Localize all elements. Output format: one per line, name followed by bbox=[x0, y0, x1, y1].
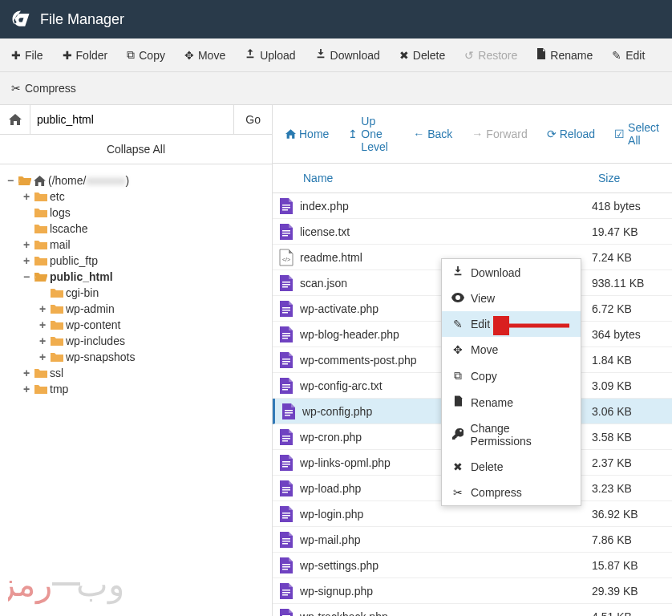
svg-rect-28 bbox=[282, 461, 290, 463]
svg-rect-2 bbox=[282, 209, 288, 211]
collapse-all-button[interactable]: Collapse All bbox=[0, 135, 272, 164]
left-pane: Go Collapse All − (/home/xxxxxxx)+etc lo… bbox=[0, 105, 273, 616]
tree-node[interactable]: −public_html bbox=[21, 269, 267, 285]
tree-node[interactable]: +wp-content bbox=[37, 317, 267, 333]
svg-rect-16 bbox=[282, 359, 290, 360]
svg-rect-11 bbox=[282, 310, 290, 311]
ctx-compress[interactable]: ✂Compress bbox=[442, 480, 581, 505]
file-type-icon bbox=[273, 428, 300, 446]
tree-node[interactable]: +mail bbox=[21, 237, 267, 253]
col-size[interactable]: Size bbox=[592, 164, 672, 192]
file-row[interactable]: license.txt19.47 KB bbox=[273, 219, 672, 245]
file-size: 19.47 KB bbox=[592, 225, 672, 238]
compress-icon: ✂ bbox=[451, 486, 464, 499]
ctx-move[interactable]: ✥Move bbox=[442, 337, 581, 363]
go-button[interactable]: Go bbox=[233, 105, 272, 134]
compress-button[interactable]: ✂Compress bbox=[3, 77, 84, 99]
svg-rect-10 bbox=[282, 307, 290, 309]
edit-button[interactable]: ✎Edit bbox=[604, 43, 653, 67]
tree-node[interactable]: +wp-includes bbox=[37, 333, 267, 349]
file-type-icon bbox=[273, 505, 300, 523]
col-name[interactable]: Name bbox=[273, 164, 592, 192]
upload-button[interactable]: Upload bbox=[237, 43, 303, 67]
home-icon bbox=[9, 114, 22, 125]
right-pane: Home ↥Up One Level ←Back →Forward ⟳Reloa… bbox=[273, 105, 672, 616]
file-button[interactable]: ✚File bbox=[3, 43, 51, 67]
context-menu: DownloadView✎Edit✥Move⧉CopyRenameChange … bbox=[441, 258, 581, 506]
restore-icon: ↺ bbox=[464, 49, 474, 62]
ctx-delete[interactable]: ✖Delete bbox=[442, 454, 581, 480]
restore-button[interactable]: ↺Restore bbox=[456, 43, 525, 67]
file-size: 3.09 KB bbox=[592, 379, 672, 392]
x-icon: ✖ bbox=[399, 49, 409, 62]
nav-up-button[interactable]: ↥Up One Level bbox=[340, 111, 402, 156]
nav-back-button[interactable]: ←Back bbox=[405, 111, 460, 156]
tree-node[interactable]: +wp-snapshots bbox=[37, 349, 267, 365]
tree-node[interactable]: +public_ftp bbox=[21, 253, 267, 269]
file-size: 7.86 KB bbox=[592, 533, 672, 546]
svg-rect-38 bbox=[282, 541, 290, 542]
nav-home-button[interactable]: Home bbox=[277, 111, 337, 156]
download-icon bbox=[451, 265, 464, 279]
annotation-arrow-icon bbox=[493, 316, 573, 335]
table-header: Name Size bbox=[273, 164, 672, 193]
svg-text:رمز: رمز bbox=[8, 566, 52, 605]
tree-node[interactable]: +etc bbox=[21, 188, 267, 205]
svg-rect-20 bbox=[282, 387, 290, 388]
upload-icon bbox=[245, 48, 256, 62]
nav-reload-button[interactable]: ⟳Reload bbox=[539, 111, 603, 156]
download-button[interactable]: Download bbox=[307, 43, 388, 67]
main-toolbar: ✚File ✚Folder ⧉Copy ✥Move Upload Downloa… bbox=[0, 38, 672, 72]
ctx-copy[interactable]: ⧉Copy bbox=[442, 363, 581, 389]
delete-button[interactable]: ✖Delete bbox=[391, 43, 453, 67]
app-title: File Manager bbox=[40, 11, 124, 28]
svg-text:</>: </> bbox=[282, 257, 290, 262]
svg-rect-42 bbox=[282, 569, 288, 570]
move-button[interactable]: ✥Move bbox=[176, 43, 233, 67]
tree-node[interactable]: +tmp bbox=[21, 381, 267, 397]
svg-rect-0 bbox=[282, 205, 290, 206]
file-type-icon bbox=[273, 377, 300, 395]
file-row[interactable]: wp-mail.php7.86 KB bbox=[273, 527, 672, 553]
ctx-download[interactable]: Download bbox=[442, 259, 581, 286]
svg-rect-24 bbox=[285, 415, 290, 416]
svg-rect-41 bbox=[282, 566, 290, 568]
folder-button[interactable]: ✚Folder bbox=[55, 43, 116, 67]
file-name: wp-mail.php bbox=[300, 533, 592, 546]
pencil-icon: ✎ bbox=[451, 318, 464, 330]
file-size: 6.72 KB bbox=[592, 302, 672, 315]
file-type-icon bbox=[273, 454, 300, 472]
svg-rect-32 bbox=[282, 489, 290, 491]
file-row[interactable]: wp-trackback.php4.51 KB bbox=[273, 604, 672, 616]
file-size: 3.06 KB bbox=[592, 405, 672, 418]
path-input[interactable] bbox=[30, 105, 233, 134]
copy-button[interactable]: ⧉Copy bbox=[119, 43, 173, 67]
svg-rect-15 bbox=[282, 338, 288, 339]
nav-select-all-button[interactable]: ☑Select All bbox=[606, 111, 667, 156]
file-row[interactable]: index.php418 bytes bbox=[273, 193, 672, 219]
move-icon: ✥ bbox=[451, 343, 464, 356]
svg-rect-30 bbox=[282, 466, 288, 468]
file-row[interactable]: wp-signup.php29.39 KB bbox=[273, 578, 672, 604]
tree-root-node[interactable]: − (/home/xxxxxxx) bbox=[5, 172, 267, 188]
file-size: 15.87 KB bbox=[592, 559, 672, 572]
tree-node[interactable]: cgi-bin bbox=[37, 285, 267, 301]
ctx-view[interactable]: View bbox=[442, 286, 581, 311]
file-size: 36.92 KB bbox=[592, 508, 672, 521]
rename-button[interactable]: Rename bbox=[528, 43, 601, 67]
back-arrow-icon: ← bbox=[413, 128, 424, 140]
file-type-icon bbox=[273, 274, 300, 292]
home-button[interactable] bbox=[0, 105, 30, 134]
tree-node[interactable]: +wp-admin bbox=[37, 301, 267, 317]
nav-forward-button[interactable]: →Forward bbox=[464, 111, 535, 156]
ctx-rename[interactable]: Rename bbox=[442, 389, 581, 415]
svg-rect-45 bbox=[282, 594, 288, 596]
tree-node[interactable]: lscache bbox=[21, 221, 267, 237]
file-row[interactable]: wp-settings.php15.87 KB bbox=[273, 553, 672, 578]
file-size: 364 bytes bbox=[592, 328, 672, 341]
tree-node[interactable]: logs bbox=[21, 205, 267, 221]
tree-node[interactable]: +ssl bbox=[21, 365, 267, 381]
svg-rect-44 bbox=[282, 592, 290, 594]
file-type-icon bbox=[275, 403, 302, 420]
ctx-change-permissions[interactable]: Change Permissions bbox=[442, 415, 581, 454]
